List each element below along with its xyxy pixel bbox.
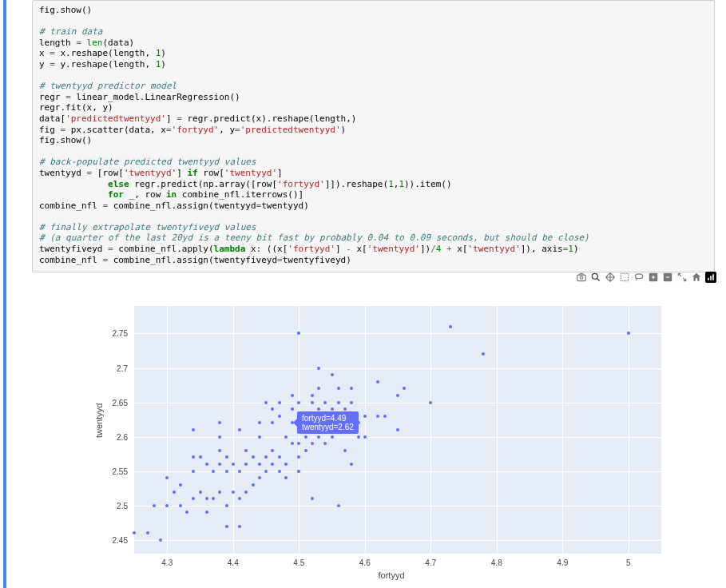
data-point[interactable] [297, 332, 300, 335]
data-point[interactable] [179, 504, 182, 507]
data-point[interactable] [337, 504, 340, 507]
scatter-chart[interactable]: fortyyd=4.49twentyyd=2.62 fortyyd twenty… [80, 300, 703, 587]
data-point[interactable] [311, 497, 314, 500]
data-point[interactable] [627, 332, 630, 335]
data-point[interactable] [383, 415, 387, 418]
magnify-icon[interactable] [590, 272, 601, 283]
data-point[interactable] [396, 428, 399, 431]
data-point[interactable] [284, 476, 288, 479]
data-point[interactable] [258, 421, 261, 424]
data-point[interactable] [165, 476, 169, 479]
zoom-out-icon[interactable] [662, 272, 673, 283]
data-point[interactable] [429, 401, 432, 404]
data-point[interactable] [218, 435, 221, 439]
data-point[interactable] [363, 415, 367, 418]
data-point[interactable] [238, 497, 241, 500]
data-point[interactable] [252, 455, 255, 459]
data-point[interactable] [337, 387, 340, 390]
data-point[interactable] [218, 491, 221, 494]
plot-area[interactable]: fortyyd=4.49twentyyd=2.62 [134, 306, 661, 554]
data-point[interactable] [238, 525, 241, 528]
data-point[interactable] [337, 401, 340, 404]
data-point[interactable] [258, 476, 261, 479]
data-point[interactable] [133, 531, 136, 534]
box-select-icon[interactable] [619, 272, 630, 283]
data-point[interactable] [271, 449, 274, 452]
data-point[interactable] [173, 491, 176, 494]
data-point[interactable] [225, 504, 228, 507]
data-point[interactable] [449, 325, 452, 328]
data-point[interactable] [258, 435, 261, 439]
data-point[interactable] [264, 401, 268, 404]
data-point[interactable] [331, 373, 334, 376]
data-point[interactable] [258, 463, 261, 466]
pan-icon[interactable] [605, 272, 616, 283]
data-point[interactable] [232, 491, 235, 494]
data-point[interactable] [238, 470, 241, 473]
data-point[interactable] [396, 394, 399, 397]
data-point[interactable] [284, 463, 288, 466]
data-point[interactable] [192, 497, 195, 500]
data-point[interactable] [225, 470, 228, 473]
data-point[interactable] [284, 435, 288, 439]
data-point[interactable] [317, 407, 320, 411]
data-point[interactable] [205, 497, 208, 500]
data-point[interactable] [331, 435, 334, 439]
data-point[interactable] [205, 511, 208, 514]
data-point[interactable] [218, 463, 221, 466]
zoom-in-icon[interactable] [648, 272, 659, 283]
data-point[interactable] [317, 367, 320, 370]
data-point[interactable] [179, 483, 182, 487]
data-point[interactable] [192, 455, 195, 459]
code-block[interactable]: fig.show() # train data length = len(dat… [32, 0, 715, 272]
data-point[interactable] [218, 449, 221, 452]
data-point[interactable] [297, 401, 300, 404]
data-point[interactable] [376, 380, 379, 383]
data-point[interactable] [244, 449, 248, 452]
home-icon[interactable] [691, 272, 702, 283]
data-point[interactable] [252, 483, 255, 487]
data-point[interactable] [278, 455, 281, 459]
data-point[interactable] [297, 455, 300, 459]
data-point[interactable] [311, 442, 314, 445]
data-point[interactable] [264, 455, 268, 459]
data-point[interactable] [238, 428, 241, 431]
data-point[interactable] [376, 415, 379, 418]
data-point[interactable] [323, 401, 327, 404]
data-point[interactable] [225, 455, 228, 459]
data-point[interactable] [244, 491, 248, 494]
data-point[interactable] [357, 435, 360, 439]
data-point[interactable] [225, 525, 228, 528]
data-point[interactable] [278, 415, 281, 418]
data-point[interactable] [199, 491, 202, 494]
data-point[interactable] [323, 442, 327, 445]
data-point[interactable] [304, 435, 307, 439]
data-point[interactable] [192, 428, 195, 431]
data-point[interactable] [291, 394, 294, 397]
data-point[interactable] [350, 401, 353, 404]
data-point[interactable] [212, 470, 215, 473]
data-point[interactable] [297, 442, 300, 445]
data-point[interactable] [159, 538, 162, 542]
data-point[interactable] [311, 394, 314, 397]
data-point[interactable] [218, 421, 221, 424]
data-point[interactable] [317, 435, 320, 439]
data-point[interactable] [205, 463, 208, 466]
data-point[interactable] [350, 387, 353, 390]
data-point[interactable] [212, 497, 215, 500]
data-point[interactable] [244, 463, 248, 466]
data-point[interactable] [343, 449, 347, 452]
data-point[interactable] [311, 401, 314, 404]
data-point[interactable] [297, 470, 300, 473]
data-point[interactable] [271, 421, 274, 424]
lasso-select-icon[interactable] [633, 272, 645, 283]
data-point[interactable] [153, 504, 156, 507]
data-point[interactable] [482, 352, 485, 356]
data-point[interactable] [291, 407, 294, 411]
data-point[interactable] [165, 504, 169, 507]
data-point[interactable] [331, 407, 334, 411]
data-point[interactable] [264, 470, 268, 473]
data-point[interactable] [278, 401, 281, 404]
plotly-logo-icon[interactable] [705, 272, 716, 283]
data-point[interactable] [192, 470, 195, 473]
